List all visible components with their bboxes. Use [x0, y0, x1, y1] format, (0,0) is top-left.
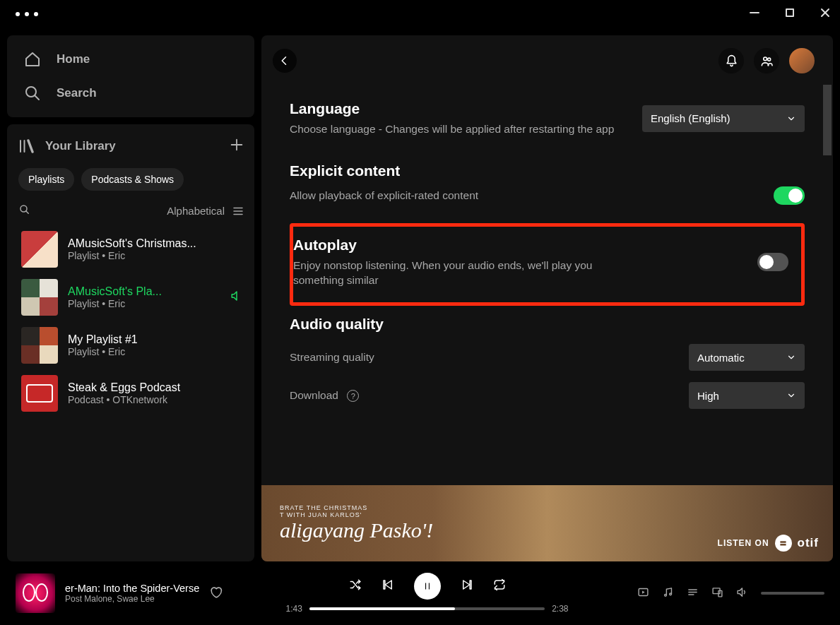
seek-bar[interactable]	[309, 607, 545, 610]
help-icon[interactable]: ?	[347, 390, 359, 402]
svg-marker-24	[642, 590, 645, 593]
svg-point-26	[670, 593, 672, 595]
explicit-title: Explicit content	[290, 162, 805, 179]
playlist-name: AMusicSoft's Christmas...	[68, 237, 243, 250]
window-minimize[interactable]	[750, 8, 759, 20]
chip-podcasts-shows[interactable]: Podcasts & Shows	[81, 168, 184, 191]
devices-icon[interactable]	[711, 586, 723, 601]
previous-button[interactable]	[381, 578, 394, 594]
now-playing-artist[interactable]: Post Malone, Swae Lee	[65, 594, 199, 604]
nav-search-label: Search	[57, 86, 97, 100]
svg-point-15	[763, 56, 767, 60]
list-icon	[232, 205, 244, 218]
playlist-thumb	[21, 279, 58, 316]
streaming-quality-select[interactable]: Automatic	[689, 344, 805, 371]
library-header[interactable]: Your Library	[18, 138, 116, 155]
playlist-name: AMusicSoft's Pla...	[68, 285, 220, 298]
now-playing-art[interactable]	[16, 573, 55, 613]
repeat-button[interactable]	[493, 578, 506, 594]
menu-dots[interactable]	[16, 12, 38, 16]
playlist-thumb	[21, 327, 58, 364]
list-item[interactable]: Steak & Eggs Podcast Podcast • OTKnetwor…	[18, 369, 246, 417]
svg-point-25	[665, 594, 667, 596]
notifications-icon[interactable]	[718, 48, 744, 73]
podcast-thumb	[21, 375, 58, 412]
playlist-name: My Playlist #1	[68, 333, 243, 346]
player-bar: er-Man: Into the Spider-Verse Post Malon…	[0, 561, 840, 625]
playlist-sub: Playlist • Eric	[68, 250, 243, 261]
svg-rect-22	[470, 581, 471, 589]
banner-line2: T WITH JUAN KARLOS'	[280, 511, 433, 518]
svg-rect-20	[428, 583, 430, 590]
library-sort[interactable]: Alphabetical	[167, 205, 244, 218]
language-desc: Choose language - Changes will be applie…	[290, 121, 614, 137]
chevron-down-icon	[786, 391, 796, 400]
promo-banner[interactable]: BRATE THE CHRISTMAS T WITH JUAN KARLOS' …	[261, 485, 833, 561]
library-search-icon[interactable]	[18, 203, 31, 218]
now-playing-view-icon[interactable]	[637, 586, 649, 601]
download-quality-select[interactable]: High	[689, 382, 805, 409]
like-button[interactable]	[209, 585, 223, 602]
svg-marker-21	[463, 581, 469, 589]
autoplay-section: Autoplay Enjoy nonstop listening. When y…	[290, 223, 805, 306]
download-quality-value: High	[697, 390, 719, 402]
svg-rect-19	[425, 583, 427, 590]
chip-playlists[interactable]: Playlists	[18, 168, 74, 191]
titlebar	[0, 0, 840, 28]
language-value: English (English)	[651, 112, 730, 124]
explicit-toggle[interactable]	[774, 186, 805, 205]
explicit-desc: Allow playback of explicit-rated content	[290, 189, 478, 202]
podcast-name: Steak & Eggs Podcast	[68, 381, 243, 394]
friends-icon[interactable]	[754, 48, 779, 73]
window-close[interactable]	[820, 8, 830, 20]
svg-line-11	[26, 211, 29, 214]
svg-point-16	[767, 58, 770, 61]
download-quality-label: Download	[290, 389, 338, 401]
svg-rect-18	[384, 581, 385, 589]
chevron-down-icon	[786, 352, 796, 362]
library-sort-label: Alphabetical	[167, 205, 225, 217]
autoplay-toggle[interactable]	[757, 253, 788, 271]
svg-line-5	[35, 95, 39, 100]
back-button[interactable]	[273, 49, 297, 73]
audio-quality-title: Audio quality	[290, 316, 805, 333]
list-item[interactable]: AMusicSoft's Pla... Playlist • Eric	[18, 273, 246, 321]
user-avatar[interactable]	[789, 48, 815, 73]
list-item[interactable]: My Playlist #1 Playlist • Eric	[18, 321, 246, 369]
banner-brand: otif	[798, 536, 819, 550]
podcast-sub: Podcast • OTKnetwork	[68, 394, 243, 405]
banner-line1: BRATE THE CHRISTMAS	[280, 504, 433, 511]
now-playing-title[interactable]: er-Man: Into the Spider-Verse	[65, 583, 199, 594]
chevron-down-icon	[786, 114, 796, 124]
svg-rect-1	[786, 9, 793, 16]
window-maximize[interactable]	[785, 8, 795, 20]
total-time: 2:38	[552, 604, 568, 614]
svg-marker-17	[385, 581, 391, 589]
playlist-thumb	[21, 231, 58, 268]
language-select[interactable]: English (English)	[642, 105, 805, 132]
now-playing-icon	[230, 290, 243, 305]
elapsed-time: 1:43	[286, 604, 302, 614]
queue-icon[interactable]	[687, 586, 699, 601]
autoplay-title: Autoplay	[293, 237, 625, 254]
streaming-quality-label: Streaming quality	[290, 351, 374, 364]
volume-bar[interactable]	[761, 592, 824, 595]
streaming-quality-value: Automatic	[697, 352, 745, 364]
next-button[interactable]	[461, 578, 473, 594]
banner-headline: aligayang Pasko'!	[280, 518, 433, 542]
shuffle-button[interactable]	[349, 578, 362, 594]
language-title: Language	[290, 100, 614, 117]
nav-home-label: Home	[57, 52, 90, 66]
library-title: Your Library	[45, 139, 116, 153]
list-item[interactable]: AMusicSoft's Christmas... Playlist • Eri…	[18, 225, 246, 273]
nav-search[interactable]: Search	[21, 76, 240, 110]
mute-icon[interactable]	[736, 586, 748, 601]
spotify-icon: 〓	[775, 535, 792, 552]
autoplay-desc: Enjoy nonstop listening. When your audio…	[293, 258, 625, 288]
play-pause-button[interactable]	[414, 573, 441, 600]
library-add[interactable]	[229, 137, 244, 155]
nav-home[interactable]: Home	[21, 42, 240, 76]
lyrics-icon[interactable]	[662, 586, 674, 601]
main-panel: Language Choose language - Changes will …	[261, 35, 833, 561]
banner-listen-label: LISTEN ON	[718, 538, 769, 548]
